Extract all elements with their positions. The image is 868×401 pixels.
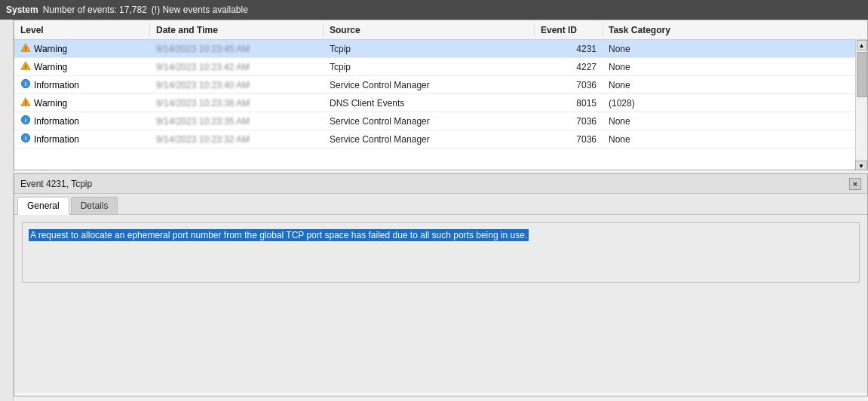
event-detail-panel: Event 4231, Tcpip × General Details A re…	[14, 173, 868, 396]
taskcategory-cell: None	[603, 42, 855, 56]
table-row[interactable]: ! Warning9/14/2023 10:23:42 AMTcpip4227N…	[14, 58, 855, 76]
taskcategory-cell: None	[603, 78, 855, 92]
scrollbar-track: ▲ ▼	[855, 40, 867, 170]
level-label: Warning	[34, 98, 67, 109]
eventid-cell: 4231	[535, 42, 603, 56]
source-cell: Service Control Manager	[324, 151, 535, 152]
source-cell: Tcpip	[324, 60, 535, 74]
datetime-cell: 9/14/2023 10:23:32 AM	[150, 133, 324, 146]
eventid-cell: 7036	[535, 78, 603, 92]
table-row[interactable]: i Information9/14/2023 10:23:40 AMServic…	[14, 76, 855, 94]
svg-text:i: i	[25, 135, 26, 142]
eventid-cell: 8015	[535, 96, 603, 110]
datetime-cell: 9/14/2023 10:23:40 AM	[150, 78, 324, 92]
scroll-up-arrow[interactable]: ▲	[857, 40, 867, 51]
taskcategory-cell: None	[603, 133, 855, 146]
event-count: Number of events: 17,782	[43, 5, 147, 15]
detail-content: A request to allocate an ephemeral port …	[14, 215, 867, 393]
level-label: Warning	[34, 44, 67, 54]
level-cell: i Information	[14, 149, 150, 152]
detail-text-box: A request to allocate an ephemeral port …	[22, 222, 860, 283]
warning-icon: !	[20, 42, 31, 55]
table-body: ! Warning9/14/2023 10:23:45 AMTcpip4231N…	[14, 40, 867, 152]
level-label: Information	[34, 116, 79, 127]
tabs-bar: General Details	[14, 194, 867, 215]
level-cell: i Information	[14, 113, 150, 129]
main-wrapper: Level Date and Time Source Event ID Task…	[0, 20, 868, 401]
content-area: Level Date and Time Source Event ID Task…	[0, 20, 868, 401]
event-log-panel: Level Date and Time Source Event ID Task…	[14, 20, 868, 170]
close-button[interactable]: ×	[849, 178, 861, 190]
table-row[interactable]: ! Warning9/14/2023 10:23:45 AMTcpip4231N…	[14, 40, 855, 58]
left-sidebar	[0, 20, 14, 401]
level-cell: i Information	[14, 77, 150, 93]
col-level[interactable]: Level	[14, 23, 150, 37]
detail-title-bar: Event 4231, Tcpip ×	[14, 174, 867, 194]
table-row[interactable]: i Information9/14/2023 10:23:30 AMServic…	[14, 148, 855, 152]
svg-text:i: i	[25, 81, 26, 87]
title-bar: System Number of events: 17,782 (!) New …	[0, 0, 868, 20]
info-icon: i	[20, 133, 31, 145]
detail-message: A request to allocate an ephemeral port …	[29, 229, 529, 241]
source-cell: DNS Client Events	[324, 96, 535, 110]
warning-icon: !	[20, 96, 31, 109]
info-icon: i	[20, 78, 31, 91]
datetime-cell: 9/14/2023 10:23:45 AM	[150, 42, 324, 56]
eventid-cell: 7036	[535, 151, 603, 152]
svg-text:i: i	[25, 117, 26, 124]
source-cell: Service Control Manager	[324, 115, 535, 128]
col-datetime[interactable]: Date and Time	[150, 23, 324, 37]
level-label: Information	[34, 80, 79, 90]
taskcategory-cell: (1028)	[603, 96, 855, 110]
eventid-cell: 4227	[535, 60, 603, 74]
level-cell: ! Warning	[14, 41, 150, 57]
datetime-cell: 9/14/2023 10:23:38 AM	[150, 96, 324, 110]
datetime-cell: 9/14/2023 10:23:42 AM	[150, 60, 324, 74]
info-icon: i	[20, 115, 31, 127]
warning-icon: !	[20, 60, 31, 73]
level-cell: ! Warning	[14, 95, 150, 111]
svg-text:!: !	[25, 100, 26, 106]
level-label: Information	[34, 134, 79, 145]
new-events-notice: (!) New events available	[152, 5, 248, 15]
info-icon: i	[20, 151, 31, 152]
col-source[interactable]: Source	[324, 23, 535, 37]
scroll-down-arrow[interactable]: ▼	[855, 161, 867, 170]
table-header: Level Date and Time Source Event ID Task…	[14, 20, 867, 40]
col-taskcategory[interactable]: Task Category	[603, 23, 867, 37]
main-content: Level Date and Time Source Event ID Task…	[14, 20, 868, 401]
svg-text:!: !	[25, 46, 26, 51]
level-label: Warning	[34, 62, 67, 72]
taskcategory-cell: None	[603, 151, 855, 152]
source-cell: Service Control Manager	[324, 133, 535, 146]
table-row[interactable]: ! Warning9/14/2023 10:23:38 AMDNS Client…	[14, 94, 855, 112]
source-cell: Service Control Manager	[324, 78, 535, 92]
col-eventid[interactable]: Event ID	[535, 23, 603, 37]
eventid-cell: 7036	[535, 115, 603, 128]
source-cell: Tcpip	[324, 42, 535, 56]
taskcategory-cell: None	[603, 115, 855, 128]
datetime-cell: 9/14/2023 10:23:35 AM	[150, 115, 324, 128]
tab-details[interactable]: Details	[71, 197, 118, 214]
datetime-cell: 9/14/2023 10:23:30 AM	[150, 151, 324, 152]
app-name: System	[6, 5, 38, 15]
table-row[interactable]: i Information9/14/2023 10:23:35 AMServic…	[14, 112, 855, 130]
level-cell: ! Warning	[14, 59, 150, 75]
table-row[interactable]: i Information9/14/2023 10:23:32 AMServic…	[14, 130, 855, 148]
scrollbar-thumb[interactable]	[857, 52, 867, 97]
taskcategory-cell: None	[603, 60, 855, 74]
eventid-cell: 7036	[535, 133, 603, 146]
detail-title: Event 4231, Tcpip	[20, 179, 92, 189]
level-cell: i Information	[14, 131, 150, 147]
tab-general[interactable]: General	[17, 197, 69, 215]
svg-text:!: !	[25, 64, 26, 69]
